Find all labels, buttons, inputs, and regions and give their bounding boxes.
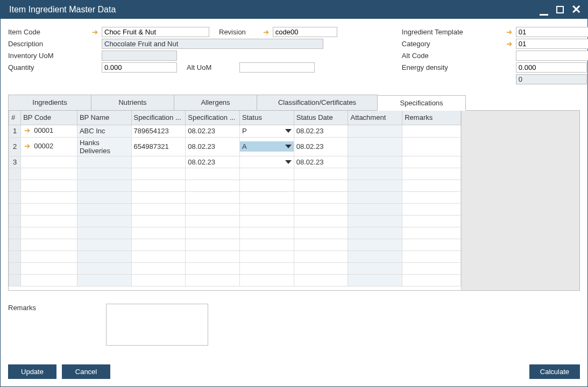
energy-density-kj-input[interactable] [516, 74, 587, 84]
row-num[interactable]: 2 [9, 137, 21, 156]
tab-nutrients[interactable]: Nutrients [91, 95, 174, 110]
spec-code-cell[interactable] [131, 156, 186, 168]
category-link-icon[interactable] [505, 40, 514, 48]
grid-spacer [461, 111, 579, 290]
row-num[interactable] [9, 203, 21, 215]
spec-date-cell[interactable]: 08.02.23 [186, 125, 240, 137]
status-cell[interactable]: P [240, 125, 294, 137]
dropdown-icon[interactable] [285, 145, 292, 148]
table-row[interactable] [9, 239, 461, 250]
ingredient-template-label: Ingredient Template [402, 28, 505, 36]
status-date-cell[interactable]: 08.02.23 [294, 125, 348, 137]
remarks-textarea[interactable] [106, 304, 208, 346]
col-header-remarks[interactable]: Remarks [402, 111, 461, 125]
bp-code-cell[interactable]: 00001 [21, 125, 77, 137]
row-num[interactable] [9, 215, 21, 227]
row-num[interactable] [9, 239, 21, 250]
row-num[interactable] [9, 191, 21, 203]
bp-name-cell[interactable]: ABC Inc [77, 125, 131, 137]
dropdown-icon[interactable] [285, 129, 292, 133]
maximize-button[interactable] [554, 4, 566, 15]
table-row[interactable] [9, 191, 461, 203]
remarks-cell[interactable] [402, 125, 461, 137]
table-row[interactable]: 200002Hanks Deliveries65498732108.02.23A… [9, 137, 461, 156]
ingredient-template-input[interactable] [516, 27, 588, 37]
status-date-cell[interactable]: 08.02.23 [294, 137, 348, 156]
table-row[interactable]: 308.02.2308.02.23 [9, 156, 461, 168]
row-num[interactable] [9, 262, 21, 274]
attachment-cell[interactable] [348, 156, 402, 168]
alt-uom-label: Alt UoM [187, 63, 211, 71]
window-controls: ✕ [538, 4, 582, 16]
inventory-uom-input[interactable] [102, 51, 177, 61]
col-header-attachment[interactable]: Attachment [348, 111, 402, 125]
tab-allergens[interactable]: Allergens [174, 95, 257, 110]
revision-input[interactable] [273, 27, 337, 37]
status-date-cell[interactable]: 08.02.23 [294, 156, 348, 168]
row-num[interactable]: 1 [9, 125, 21, 137]
col-header-status-date[interactable]: Status Date [294, 111, 348, 125]
tab-classification[interactable]: Classification/Certificates [257, 95, 378, 110]
ingredient-template-link-icon[interactable] [505, 28, 514, 37]
bp-link-icon[interactable] [23, 126, 32, 135]
specifications-grid[interactable]: # BP Code BP Name Specification ... Spec… [9, 111, 461, 286]
row-num[interactable]: 3 [9, 156, 21, 168]
quantity-input[interactable] [102, 62, 177, 73]
calculate-button[interactable]: Calculate [529, 364, 580, 379]
spec-date-cell[interactable]: 08.02.23 [186, 137, 240, 156]
table-row[interactable] [9, 274, 461, 286]
item-code-input[interactable] [102, 27, 209, 37]
row-num[interactable] [9, 168, 21, 180]
table-row[interactable] [9, 180, 461, 191]
row-num[interactable] [9, 180, 21, 191]
table-row[interactable] [9, 250, 461, 262]
status-cell[interactable] [240, 156, 294, 168]
spec-code-cell[interactable]: 654987321 [131, 137, 186, 156]
status-value: A [242, 142, 247, 150]
row-num[interactable] [9, 250, 21, 262]
update-button[interactable]: Update [8, 364, 56, 379]
bp-code-cell[interactable]: 00002 [21, 137, 77, 156]
alt-code-input[interactable] [516, 51, 588, 61]
minimize-icon [540, 14, 548, 16]
bp-name-cell[interactable]: Hanks Deliveries [77, 137, 131, 156]
table-row[interactable] [9, 227, 461, 239]
status-cell[interactable]: A [240, 137, 294, 156]
col-header-spec-code[interactable]: Specification ... [131, 111, 186, 125]
remarks-cell[interactable] [402, 156, 461, 168]
col-header-status[interactable]: Status [240, 111, 294, 125]
col-header-bp-name[interactable]: BP Name [77, 111, 131, 125]
row-num[interactable] [9, 227, 21, 239]
table-row[interactable] [9, 203, 461, 215]
col-header-bp-code[interactable]: BP Code [21, 111, 77, 125]
row-num[interactable] [9, 274, 21, 286]
alt-uom-input[interactable] [239, 62, 315, 73]
bp-link-icon[interactable] [23, 142, 32, 150]
revision-link-icon[interactable] [262, 28, 271, 37]
attachment-cell[interactable] [348, 137, 402, 156]
table-row[interactable] [9, 262, 461, 274]
table-row[interactable] [9, 215, 461, 227]
bp-code-cell[interactable] [21, 156, 77, 168]
description-input[interactable] [102, 39, 323, 49]
energy-density-kcal-input[interactable] [516, 62, 587, 73]
col-header-spec-date[interactable]: Specification ... [186, 111, 240, 125]
spec-date-cell[interactable]: 08.02.23 [186, 156, 240, 168]
table-row[interactable] [9, 168, 461, 180]
item-code-link-icon[interactable] [91, 28, 100, 37]
attachment-cell[interactable] [348, 125, 402, 137]
tab-ingredients[interactable]: Ingredients [8, 95, 91, 110]
col-header-num[interactable]: # [9, 111, 21, 125]
minimize-button[interactable] [538, 4, 550, 15]
remarks-cell[interactable] [402, 137, 461, 156]
tabs-container: Ingredients Nutrients Allergens Classifi… [8, 95, 580, 291]
cancel-button[interactable]: Cancel [62, 364, 110, 379]
category-input[interactable] [516, 39, 588, 49]
bp-name-cell[interactable] [77, 156, 131, 168]
table-row[interactable]: 100001ABC Inc78965412308.02.23P08.02.23 [9, 125, 461, 137]
spec-code-cell[interactable]: 789654123 [131, 125, 186, 137]
close-button[interactable]: ✕ [570, 4, 582, 16]
titlebar: Item Ingredient Master Data ✕ [1, 1, 587, 19]
dropdown-icon[interactable] [285, 160, 292, 164]
tab-specifications[interactable]: Specifications [377, 95, 466, 111]
